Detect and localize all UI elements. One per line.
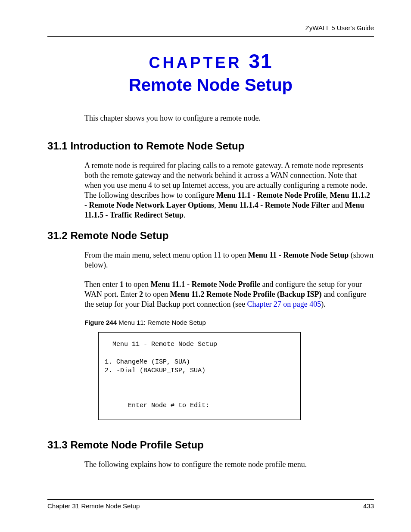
chapter-title-block: CHAPTER 31 Remote Node Setup xyxy=(47,50,374,95)
header-rule xyxy=(47,36,374,37)
menu-ref: Menu 11 - Remote Node Setup xyxy=(248,251,349,259)
page-footer: Chapter 31 Remote Node Setup 433 xyxy=(47,499,374,510)
footer-page-number: 433 xyxy=(363,502,374,510)
cross-ref-link[interactable]: Chapter 27 on page 405 xyxy=(247,300,321,308)
section-31-1-heading: 31.1 Introduction to Remote Node Setup xyxy=(47,140,374,152)
text-run: , xyxy=(326,191,330,199)
running-head: ZyWALL 5 User's Guide xyxy=(47,24,374,31)
figure-244-menu-screenshot: Menu 11 - Remote Node Setup 1. ChangeMe … xyxy=(98,332,301,420)
text-run: to open xyxy=(143,290,170,299)
menu-ref: Menu 11.1 - Remote Node Profile xyxy=(216,191,326,199)
section-31-3-para: The following explains how to configure … xyxy=(84,460,374,470)
menu-ref: Menu 11.1.4 - Remote Node Filter xyxy=(218,201,330,209)
section-31-1-para: A remote node is required for placing ca… xyxy=(84,161,374,220)
text-run: From the main menu, select menu option 1… xyxy=(84,251,248,259)
page: ZyWALL 5 User's Guide CHAPTER 31 Remote … xyxy=(0,0,411,532)
key-ref: 2 xyxy=(139,290,143,299)
section-31-3-heading: 31.3 Remote Node Profile Setup xyxy=(47,439,374,451)
menu-ref: Menu 11.2 Remote Node Profile (Backup IS… xyxy=(170,290,321,299)
figure-caption-text: Menu 11: Remote Node Setup xyxy=(117,319,206,326)
chapter-number: 31 xyxy=(249,50,272,72)
chapter-intro: This chapter shows you how to configure … xyxy=(84,114,374,123)
key-ref: 1 xyxy=(120,280,124,289)
chapter-label-word: CHAPTER xyxy=(149,54,242,72)
chapter-title: Remote Node Setup xyxy=(47,75,374,95)
menu-ref: Menu 11.1 - Remote Node Profile xyxy=(150,280,260,289)
text-run: to open xyxy=(124,280,151,289)
footer-rule xyxy=(47,499,374,500)
footer-chapter-label: Chapter 31 Remote Node Setup xyxy=(47,502,140,510)
chapter-label: CHAPTER 31 xyxy=(47,50,374,73)
text-run: and xyxy=(330,201,345,209)
text-run: ). xyxy=(321,300,326,308)
text-run: . xyxy=(184,211,186,219)
figure-caption: Figure 244 Menu 11: Remote Node Setup xyxy=(84,319,374,326)
section-31-2-para-1: From the main menu, select menu option 1… xyxy=(84,250,374,270)
text-run: Then enter xyxy=(84,280,120,289)
section-31-2-para-2: Then enter 1 to open Menu 11.1 - Remote … xyxy=(84,280,374,309)
figure-caption-label: Figure 244 xyxy=(84,319,117,326)
section-31-2-heading: 31.2 Remote Node Setup xyxy=(47,230,374,242)
text-run: , xyxy=(214,201,218,209)
